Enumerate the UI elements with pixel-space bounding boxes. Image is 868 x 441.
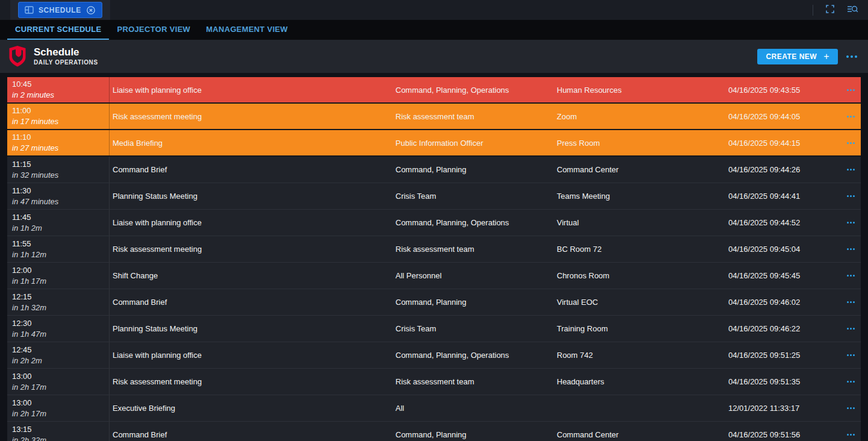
event-participants: Command, Planning, Operations [395,218,557,227]
row-menu-button[interactable] [846,166,856,173]
event-location: Chronos Room [557,271,728,280]
row-menu-button[interactable] [846,431,856,438]
row-menu-button[interactable] [846,325,856,332]
page-subtitle: DAILY OPERATIONS [34,58,98,66]
relative-time: in 27 minutes [12,143,109,154]
row-menu-button[interactable] [846,193,856,199]
time-cell: 11:55 in 1h 12m [7,236,110,262]
table-row[interactable]: 12:45 in 2h 2m Liaise with planning offi… [7,342,861,369]
table-row[interactable]: 11:45 in 1h 2m Liaise with planning offi… [7,210,861,236]
top-bar-actions [813,4,858,16]
header-menu-button[interactable] [844,53,860,60]
row-menu-button[interactable] [846,405,856,411]
event-title: Planning Status Meeting [110,192,395,201]
event-location: Command Center [557,165,728,174]
time-cell: 11:30 in 47 minutes [7,183,110,209]
table-row[interactable]: 13:15 in 2h 32m Command Brief Command, P… [7,422,861,441]
ellipsis-icon [847,275,849,277]
event-updated-timestamp: 04/16/2025 09:44:41 [728,192,840,201]
event-updated-timestamp: 04/16/2025 09:45:04 [728,245,840,254]
event-updated-timestamp: 04/16/2025 09:51:25 [728,351,840,360]
create-new-button[interactable]: CREATE NEW + [757,49,838,64]
event-location: Headquarters [557,377,728,386]
event-location: Human Resources [557,86,728,95]
table-row[interactable]: 11:15 in 32 minutes Command Brief Comman… [7,157,861,183]
event-time: 13:00 [12,398,109,408]
table-row[interactable]: 11:55 in 1h 12m Risk assessment meeting … [7,236,861,263]
event-location: Virtual EOC [557,298,728,307]
event-updated-timestamp: 04/16/2025 09:45:45 [728,271,840,280]
event-location: Zoom [557,112,728,121]
top-bar-divider [813,5,813,16]
ellipsis-icon [847,89,849,91]
event-location: Command Center [557,430,728,439]
row-menu-button[interactable] [846,272,856,279]
event-title: Risk assessment meeting [110,377,395,386]
page-title: Schedule [34,46,98,58]
time-cell: 13:00 in 2h 17m [7,369,110,395]
fullscreen-button[interactable] [825,4,835,16]
event-updated-timestamp: 04/16/2025 09:51:56 [728,430,840,439]
event-updated-timestamp: 04/16/2025 09:44:05 [728,112,840,121]
relative-time: in 2h 32m [12,435,109,441]
row-menu-button[interactable] [846,378,856,385]
relative-time: in 2 minutes [12,90,109,101]
event-title: Risk assessment meeting [110,112,395,121]
table-row[interactable]: 11:00 in 17 minutes Risk assessment meet… [7,104,861,130]
event-time: 12:30 [12,318,109,329]
event-updated-timestamp: 04/16/2025 09:44:15 [728,139,840,148]
table-row[interactable]: 12:30 in 1h 47m Planning Status Meeting … [7,316,861,342]
tab-current-schedule[interactable]: CURRENT SCHEDULE [7,20,109,40]
event-location: Press Room [557,139,728,148]
ellipsis-icon [847,407,849,409]
search-list-button[interactable] [847,4,858,16]
row-menu-button[interactable] [846,219,856,226]
time-cell: 11:15 in 32 minutes [7,157,110,183]
row-menu-button[interactable] [846,140,856,146]
event-time: 10:45 [12,79,109,90]
table-row[interactable]: 12:00 in 1h 17m Shift Change All Personn… [7,263,861,289]
row-menu-button[interactable] [846,87,856,93]
event-location: Training Room [557,324,728,333]
row-menu-button[interactable] [846,299,856,305]
fullscreen-icon [825,4,835,16]
row-menu-button[interactable] [846,246,856,252]
table-row[interactable]: 10:45 in 2 minutes Liaise with planning … [7,77,861,104]
time-cell: 11:45 in 1h 2m [7,210,110,236]
table-row[interactable]: 11:30 in 47 minutes Planning Status Meet… [7,183,861,210]
event-participants: Public Information Officer [395,139,557,148]
event-participants: Crisis Team [395,192,557,201]
plus-icon: + [823,52,829,61]
tab-management-view[interactable]: MANAGEMENT VIEW [198,20,296,40]
time-cell: 13:00 in 2h 17m [7,395,110,421]
workspace-tab-slot: SCHEDULE [10,0,110,20]
workspace-tab-schedule[interactable]: SCHEDULE [18,2,102,18]
table-row[interactable]: 12:15 in 1h 32m Command Brief Command, P… [7,289,861,316]
row-menu-button[interactable] [846,352,856,358]
ellipsis-icon [846,55,849,58]
event-participants: Risk assessment team [395,377,557,386]
event-updated-timestamp: 04/16/2025 09:44:52 [728,218,840,227]
ellipsis-icon [847,434,849,436]
time-cell: 12:45 in 2h 2m [7,342,110,368]
time-cell: 13:15 in 2h 32m [7,422,110,441]
row-menu-button[interactable] [846,113,856,120]
event-updated-timestamp: 04/16/2025 09:51:35 [728,377,840,386]
table-row[interactable]: 11:10 in 27 minutes Media Briefing Publi… [7,130,861,157]
event-participants: Command, Planning [395,430,557,439]
event-participants: Command, Planning, Operations [395,86,557,95]
table-row[interactable]: 13:00 in 2h 17m Executive Briefing All 1… [7,395,861,422]
tab-projector-view[interactable]: PROJECTOR VIEW [109,20,198,40]
time-cell: 12:15 in 1h 32m [7,289,110,315]
create-new-label: CREATE NEW [766,52,817,61]
time-cell: 12:30 in 1h 47m [7,316,110,342]
relative-time: in 2h 17m [12,382,109,393]
layout-columns-icon [25,6,34,14]
time-cell: 10:45 in 2 minutes [7,77,110,102]
close-workspace-tab-icon[interactable] [86,5,96,15]
ellipsis-icon [847,222,849,224]
table-row[interactable]: 13:00 in 2h 17m Risk assessment meeting … [7,369,861,395]
event-updated-timestamp: 04/16/2025 09:46:02 [728,298,840,307]
event-title: Planning Status Meeting [110,324,395,333]
ellipsis-icon [847,248,849,250]
